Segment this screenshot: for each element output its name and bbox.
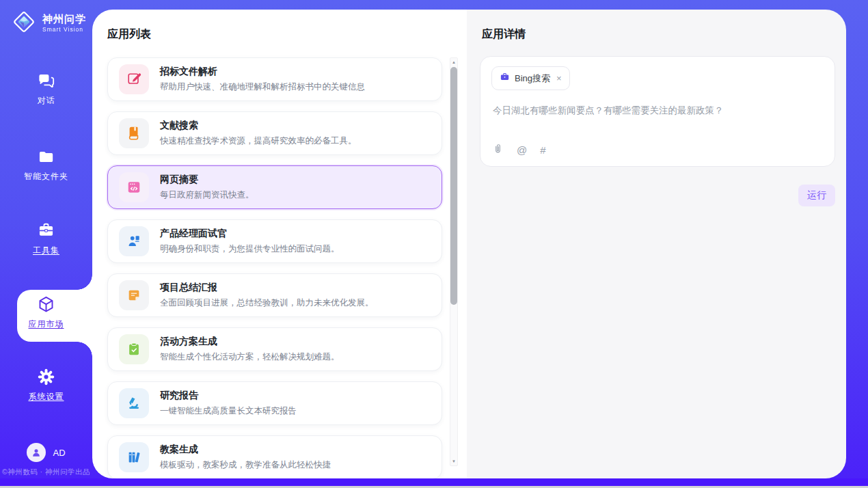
app-detail-title: 应用详情 [482,27,526,42]
sidebar-item-智能文件夹[interactable]: 智能文件夹 [0,148,92,182]
app-list-scrollbar[interactable]: ▲ ▼ [450,57,458,466]
sidebar-item-应用市场[interactable]: 应用市场 [0,295,92,330]
app-description: 智能生成个性化活动方案，轻松解决规划难题。 [160,351,340,363]
sidebar-item-label: 对话 [0,95,92,107]
sidebar-item-label: 工具集 [0,245,92,256]
app-list-title: 应用列表 [107,27,151,42]
avatar-person-icon [27,443,46,462]
app-description: 模板驱动，教案秒成，教学准备从此轻松快捷 [160,459,331,471]
sidebar-item-对话[interactable]: 对话 [0,72,92,107]
mention-icon[interactable]: @ [517,144,527,156]
toolbox-icon [37,221,55,240]
app-name: 项目总结汇报 [160,282,374,294]
chat-icon [37,72,55,90]
app-name: 研究报告 [160,390,297,402]
folder-icon [37,148,55,166]
app-description: 一键智能生成高质量长文本研究报告 [160,405,297,417]
interviewer-icon [119,226,149,256]
app-list-panel: 应用列表 招标文件解析帮助用户快速、准确地理解和解析招标书中的关键信息文献搜索快… [92,10,467,478]
bottom-bar [0,478,868,486]
brand-logo: 神州问学 Smart Vision [11,9,86,38]
app-description: 每日政府新闻资讯快查。 [160,189,254,201]
note-icon [119,280,149,310]
user-account[interactable]: AD [0,443,92,462]
sidebar: 神州问学 Smart Vision 对话智能文件夹工具集应用市场系统设置 AD … [0,0,92,486]
tool-chip-bing-search[interactable]: Bing搜索 × [491,66,570,90]
scrollbar-thumb[interactable] [450,67,457,305]
app-name: 教案生成 [160,444,331,456]
app-card[interactable]: 教案生成模板驱动，教案秒成，教学准备从此轻松快捷 [107,435,442,478]
tool-chip-label: Bing搜索 [515,72,550,85]
app-name: 产品经理面试官 [160,228,340,240]
brand-subtitle: Smart Vision [42,27,86,33]
app-detail-panel: 应用详情 Bing搜索 × 今日湖北有哪些新闻要点？有哪些需要关注的最新政策？ … [467,10,846,478]
user-label: AD [53,448,65,458]
app-card[interactable]: 网页摘要每日政府新闻资讯快查。 [107,165,442,209]
app-description: 帮助用户快速、准确地理解和解析招标书中的关键信息 [160,81,365,93]
app-card-list: 招标文件解析帮助用户快速、准确地理解和解析招标书中的关键信息文献搜索快速精准查找… [107,57,442,478]
hash-icon[interactable]: # [540,144,545,156]
document-edit-icon [119,64,149,94]
chip-close-icon[interactable]: × [556,73,562,83]
app-description: 全面回顾项目进展，总结经验教训，助力未来优化发展。 [160,297,374,309]
scroll-up-icon[interactable]: ▲ [450,58,457,66]
paperclip-icon[interactable] [492,143,504,157]
app-frame: 神州问学 Smart Vision 对话智能文件夹工具集应用市场系统设置 AD … [0,0,868,486]
browser-icon [119,172,149,202]
sidebar-item-label: 系统设置 [0,391,92,403]
book-icon [119,118,149,148]
query-text[interactable]: 今日湖北有哪些新闻要点？有哪些需要关注的最新政策？ [493,105,821,117]
app-description: 快速精准查找学术资源，提高研究效率的必备工具。 [160,135,357,147]
briefcase-icon [500,72,510,85]
app-description: 明确身份和职责，为您提供专业性的面试问题。 [160,243,340,255]
main-content: 应用列表 招标文件解析帮助用户快速、准确地理解和解析招标书中的关键信息文献搜索快… [92,10,846,478]
sidebar-item-系统设置[interactable]: 系统设置 [0,368,92,403]
books-icon [119,442,149,472]
gear-icon [37,368,55,386]
sidebar-item-工具集[interactable]: 工具集 [0,221,92,256]
app-card[interactable]: 招标文件解析帮助用户快速、准确地理解和解析招标书中的关键信息 [107,57,442,101]
app-name: 文献搜索 [160,120,357,132]
prompt-card[interactable]: Bing搜索 × 今日湖北有哪些新闻要点？有哪些需要关注的最新政策？ @ # [480,56,835,167]
cube-icon [37,295,55,314]
app-name: 活动方案生成 [160,336,340,348]
run-button[interactable]: 运行 [798,185,835,206]
app-card[interactable]: 活动方案生成智能生成个性化活动方案，轻松解决规划难题。 [107,327,442,371]
brand-name: 神州问学 [42,14,86,24]
clipboard-check-icon [119,334,149,364]
app-name: 招标文件解析 [160,66,365,78]
copyright-footer: ©神州数码 · 神州问学出品 [0,467,92,477]
sidebar-item-label: 智能文件夹 [0,171,92,182]
app-card[interactable]: 产品经理面试官明确身份和职责，为您提供专业性的面试问题。 [107,219,442,263]
microscope-icon [119,388,149,418]
app-card[interactable]: 研究报告一键智能生成高质量长文本研究报告 [107,381,442,425]
gem-diamond-icon [11,9,37,38]
sidebar-item-label: 应用市场 [0,318,92,330]
input-toolbar: @ # [492,143,546,157]
app-card[interactable]: 文献搜索快速精准查找学术资源，提高研究效率的必备工具。 [107,111,442,155]
app-card[interactable]: 项目总结汇报全面回顾项目进展，总结经验教训，助力未来优化发展。 [107,273,442,317]
app-name: 网页摘要 [160,174,254,186]
scroll-down-icon[interactable]: ▼ [450,457,457,465]
